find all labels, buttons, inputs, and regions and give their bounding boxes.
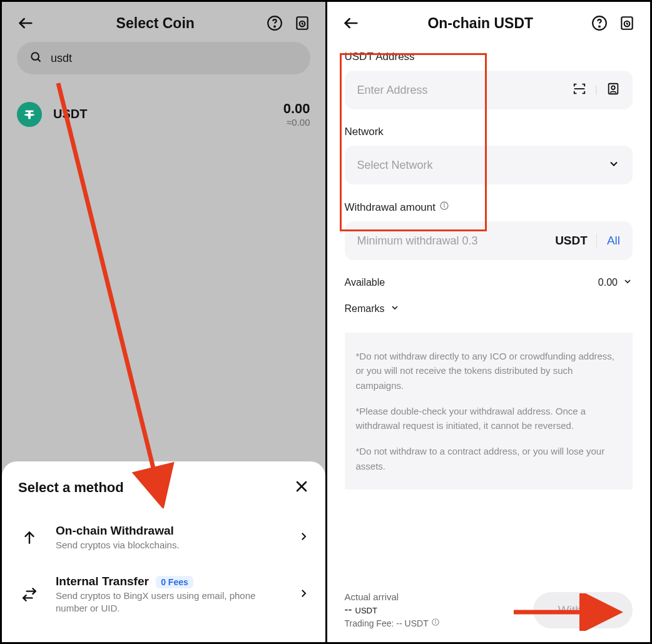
info-icon[interactable] [439,201,449,214]
back-icon[interactable] [17,14,34,32]
sheet-title: Select a method [18,480,124,496]
chevron-down-icon [623,276,633,289]
arrival-value: -- USDT [345,603,440,616]
svg-point-20 [611,86,615,89]
method-name: On-chain Withdrawal [56,524,283,538]
page-title: Select Coin [44,15,267,32]
svg-point-15 [599,26,600,28]
svg-point-26 [435,620,436,621]
history-icon[interactable] [619,15,635,31]
method-name: Internal Transfer 0 Fees [56,575,283,588]
chevron-down-icon [608,158,620,173]
available-row[interactable]: Available 0.00 [345,276,633,289]
remarks-row[interactable]: Remarks [345,303,633,315]
help-icon[interactable] [591,15,608,31]
address-label: USDT Address [345,51,633,63]
search-input[interactable] [51,52,298,65]
network-label: Network [345,126,633,138]
coin-approx: ≈0.00 [283,117,310,128]
fee-badge: 0 Fees [156,576,193,588]
amount-input[interactable] [357,234,548,248]
method-sheet: Select a method On-chain Withdrawal Send… [2,461,325,642]
method-onchain[interactable]: On-chain Withdrawal Send cryptos via blo… [18,516,309,566]
fee-row: Trading Fee: -- USDT [345,618,440,628]
header-right-pane: On-chain USDT [327,2,651,42]
notice-text: *Do not withdraw to a contract address, … [356,444,622,473]
coin-row-usdt[interactable]: USDT 0.00 ≈0.00 [2,89,325,139]
chevron-right-icon [298,588,309,601]
available-value: 0.00 [598,277,618,288]
network-select[interactable]: Select Network [345,146,633,184]
info-icon[interactable] [431,618,440,628]
arrival-label: Actual arrival [345,591,440,602]
method-desc: Send cryptos via blockchains. [56,539,283,551]
available-label: Available [345,277,385,288]
upload-icon [18,530,41,546]
transfer-icon [18,586,41,603]
remarks-label: Remarks [345,303,385,314]
svg-point-23 [444,204,445,204]
chevron-down-icon [390,303,400,315]
method-internal[interactable]: Internal Transfer 0 Fees Send cryptos to… [18,567,309,630]
withdraw-pane: On-chain USDT USDT Address | [327,2,651,642]
amount-field[interactable]: USDT All [345,221,633,260]
address-field[interactable]: | [345,71,633,109]
svg-line-6 [38,59,41,62]
tether-icon [17,102,42,127]
all-button[interactable]: All [596,234,620,248]
notice-block: *Do not withdraw directly to any ICO or … [345,333,633,490]
back-icon[interactable] [342,14,360,32]
select-coin-pane: Select Coin USDT [2,2,327,642]
search-icon [29,51,42,66]
coin-amount: 0.00 [283,101,310,117]
notice-text: *Do not withdraw directly to any ICO or … [356,349,622,393]
scan-icon[interactable] [573,82,586,98]
svg-line-12 [58,83,158,488]
withdraw-button[interactable]: Withdraw [533,592,633,628]
annotation-arrow-left [46,77,183,508]
address-input[interactable] [357,84,565,97]
bottom-bar: Actual arrival -- USDT Trading Fee: -- U… [327,580,651,642]
search-input-wrap[interactable] [17,42,310,74]
page-title: On-chain USDT [370,15,592,32]
help-icon[interactable] [267,15,283,31]
network-placeholder: Select Network [357,159,433,172]
header-left: Select Coin [2,2,325,42]
history-icon[interactable] [294,15,310,31]
notice-text: *Please double-check your withdrawal add… [356,404,622,433]
close-icon[interactable] [294,479,309,496]
chevron-right-icon [298,531,309,545]
contacts-icon[interactable] [606,82,620,98]
coin-symbol: USDT [53,107,87,121]
svg-point-2 [274,26,275,28]
amount-label: Withdrawal amount [345,201,633,214]
method-desc: Send cryptos to BingX users using email,… [56,590,283,615]
amount-unit: USDT [555,234,588,248]
svg-point-5 [31,53,39,60]
